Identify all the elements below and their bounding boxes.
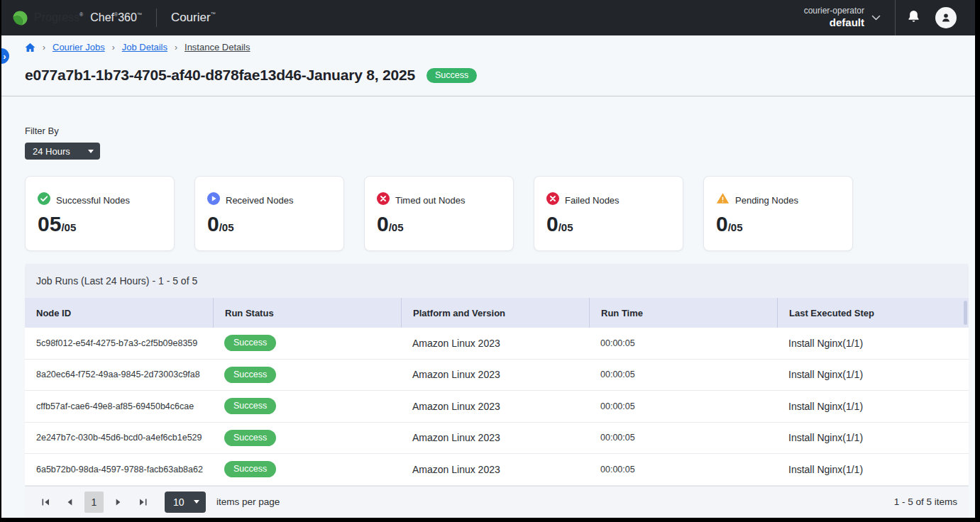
stat-value: 05: [38, 213, 61, 235]
dropdown-caret-icon: [194, 500, 199, 504]
items-per-page-label: items per page: [216, 496, 280, 507]
cell-platform: Amazon Linux 2023: [401, 464, 589, 475]
user-menu[interactable]: courier-operator default: [804, 6, 881, 30]
cell-run-status: Success: [213, 335, 401, 351]
brand: Progress® Chef®360™: [11, 9, 142, 26]
cell-run-status: Success: [213, 461, 401, 477]
cell-last-step: Install Nginx(1/1): [777, 401, 969, 412]
column-header-platform[interactable]: Platform and Version: [401, 298, 589, 328]
cell-run-time: 00:00:05: [589, 465, 777, 474]
cell-last-step: Install Nginx(1/1): [777, 464, 969, 475]
progress-trademark: ®: [79, 12, 83, 17]
page-number-button[interactable]: 1: [84, 492, 104, 513]
breadcrumb-separator: ›: [175, 43, 177, 52]
table-row[interactable]: 8a20ec64-f752-49aa-9845-2d73003c9fa8 Suc…: [25, 360, 969, 392]
grid-scrollbar-thumb[interactable]: [964, 301, 967, 325]
user-role: courier-operator: [804, 6, 864, 16]
success-badge: Success: [224, 430, 276, 446]
time-range-dropdown[interactable]: 24 Hours: [25, 143, 100, 160]
warning-triangle-icon: [716, 192, 730, 208]
top-app-bar: Progress® Chef®360™ Courier™ courier-ope…: [1, 0, 975, 35]
time-range-value: 24 Hours: [33, 146, 70, 157]
column-header-run-time[interactable]: Run Time: [589, 298, 777, 328]
x-circle-icon: [546, 192, 559, 208]
success-badge: Success: [224, 398, 276, 414]
breadcrumb-job-details[interactable]: Job Details: [122, 42, 167, 52]
cell-platform: Amazon Linux 2023: [401, 432, 589, 443]
grid-pagination: 1 10 items per page 1 - 5 of 5 items: [25, 486, 969, 518]
title-divider: [1, 96, 975, 96]
check-circle-icon: [38, 192, 50, 208]
product-name: Courier™: [171, 11, 216, 25]
stat-card-timed-out-nodes: Timed out Nodes 0 /05: [364, 176, 514, 251]
success-badge: Success: [224, 367, 276, 383]
cell-platform: Amazon Linux 2023: [401, 401, 589, 412]
previous-page-button[interactable]: [59, 492, 80, 513]
table-row[interactable]: 5c98f012-e54f-4275-b7a3-c2f5b09e8359 Suc…: [25, 328, 969, 360]
cell-run-time: 00:00:05: [589, 433, 777, 443]
first-page-button[interactable]: [35, 492, 56, 513]
chevron-right-icon: ›: [3, 51, 6, 62]
next-page-button[interactable]: [108, 492, 129, 513]
cell-run-status: Success: [213, 430, 401, 446]
stat-total: /05: [558, 221, 573, 235]
stat-label: Timed out Nodes: [395, 195, 466, 206]
node-stat-cards: Successful Nodes 05 /05 Received Nodes 0…: [25, 176, 952, 251]
stat-label: Failed Nodes: [565, 195, 620, 206]
stat-card-received-nodes: Received Nodes 0 /05: [194, 176, 344, 251]
bell-icon: [906, 9, 921, 27]
cell-node-id: cffb57af-cae6-49e8-af85-69450b4c6cae: [25, 401, 213, 411]
stat-total: /05: [61, 221, 76, 235]
cell-run-status: Success: [213, 398, 401, 414]
avatar: [935, 7, 957, 28]
last-page-button[interactable]: [132, 492, 153, 513]
home-icon[interactable]: [25, 43, 35, 52]
breadcrumb-separator: ›: [112, 43, 115, 52]
cell-last-step: Install Nginx(1/1): [777, 432, 969, 443]
notifications-button[interactable]: [897, 1, 930, 34]
cell-last-step: Install Nginx(1/1): [777, 338, 969, 349]
column-header-run-status[interactable]: Run Status: [213, 298, 401, 328]
stat-card-failed-nodes: Failed Nodes 0 /05: [534, 176, 683, 251]
table-row[interactable]: cffb57af-cae6-49e8-af85-69450b4c6cae Suc…: [25, 391, 969, 423]
grid-title: Job Runs (Last 24 Hours) - 1 - 5 of 5: [25, 264, 969, 298]
stat-total: /05: [389, 221, 404, 235]
job-runs-grid: Job Runs (Last 24 Hours) - 1 - 5 of 5 No…: [25, 264, 969, 518]
success-badge: Success: [224, 461, 276, 477]
breadcrumb-instance-details[interactable]: Instance Details: [185, 42, 250, 52]
column-header-last-step[interactable]: Last Executed Step: [777, 298, 969, 328]
stat-value: 0: [546, 213, 558, 235]
account-button[interactable]: [930, 1, 962, 34]
cell-node-id: 8a20ec64-f752-49aa-9845-2d73003c9fa8: [25, 370, 213, 379]
brand-chef360: Chef®360™: [90, 11, 142, 24]
user-tenant: default: [804, 16, 864, 30]
appbar-divider: [895, 0, 896, 35]
cell-node-id: 5c98f012-e54f-4275-b7a3-c2f5b09e8359: [25, 338, 213, 348]
table-row[interactable]: 6a5b72b0-98da-4597-9788-facb63ab8a62 Suc…: [25, 454, 969, 486]
cell-platform: Amazon Linux 2023: [401, 338, 589, 349]
pagination-summary: 1 - 5 of 5 items: [894, 496, 957, 507]
page-size-dropdown[interactable]: 10: [165, 492, 206, 513]
stat-value: 0: [716, 213, 728, 235]
stat-value: 0: [207, 213, 219, 235]
stat-value: 0: [377, 213, 389, 235]
cell-node-id: 6a5b72b0-98da-4597-9788-facb63ab8a62: [25, 465, 213, 474]
grid-body: 5c98f012-e54f-4275-b7a3-c2f5b09e8359 Suc…: [25, 328, 969, 486]
stat-label: Successful Nodes: [56, 195, 130, 206]
stat-total: /05: [219, 221, 234, 235]
stat-total: /05: [728, 221, 743, 235]
column-header-node-id[interactable]: Node ID: [25, 298, 213, 328]
table-row[interactable]: 2e247b7c-030b-45d6-bcd0-a4ef6cb1e529 Suc…: [25, 423, 969, 455]
grid-header-row: Node ID Run Status Platform and Version …: [25, 298, 969, 328]
breadcrumb: › Courier Jobs › Job Details › Instance …: [1, 35, 975, 55]
cell-run-time: 00:00:05: [589, 370, 777, 379]
page-size-value: 10: [173, 496, 185, 508]
stat-label: Received Nodes: [226, 195, 293, 206]
page-title: e077a7b1-1b73-4705-af40-d878fae13d46-Jan…: [25, 67, 415, 84]
success-badge: Success: [224, 335, 276, 351]
app-window: Progress® Chef®360™ Courier™ courier-ope…: [1, 0, 975, 518]
job-status-badge: Success: [426, 68, 477, 83]
breadcrumb-courier-jobs[interactable]: Courier Jobs: [53, 42, 105, 52]
cell-node-id: 2e247b7c-030b-45d6-bcd0-a4ef6cb1e529: [25, 433, 213, 443]
filter-by-label: Filter By: [25, 126, 975, 136]
